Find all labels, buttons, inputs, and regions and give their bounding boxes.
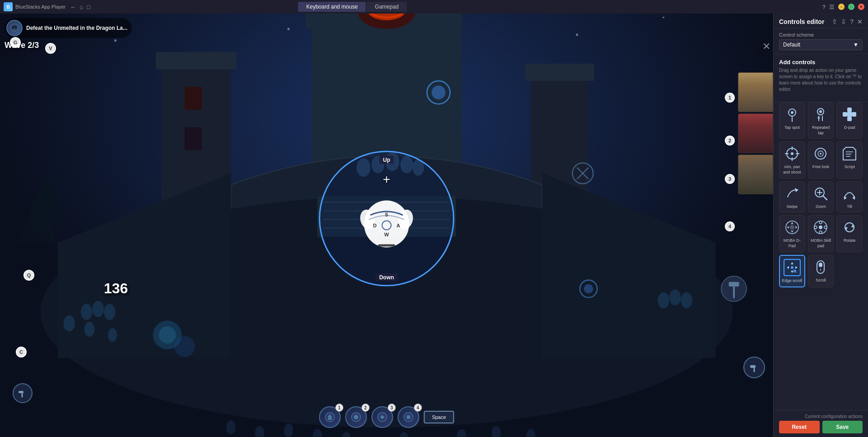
svg-rect-3 [439, 14, 456, 29]
control-repeated-tap[interactable]: Repeated tap [808, 102, 834, 139]
control-free-look[interactable]: Free look [808, 141, 834, 178]
svg-marker-135 [793, 269, 797, 273]
nav-home-icon[interactable]: ⌂ [79, 4, 83, 10]
char-portraits [738, 72, 773, 194]
char-portrait-1[interactable] [738, 72, 773, 112]
skill-1-num: 1 [335, 404, 343, 412]
moba-skill-pad-icon [812, 218, 830, 236]
svg-marker-120 [852, 196, 855, 200]
svg-point-125 [819, 221, 822, 224]
panel-close-icon[interactable]: ✕ [857, 18, 863, 25]
svg-point-39 [284, 423, 293, 437]
tap-spot-label: Tap spot [784, 125, 800, 131]
script-label: Script [845, 164, 855, 170]
panel-download-icon[interactable]: ⇩ [841, 18, 846, 25]
svg-marker-130 [791, 271, 793, 273]
hammer-button-2[interactable] [13, 383, 33, 403]
hammer-button[interactable] [743, 357, 765, 378]
scheme-label: Control scheme [779, 32, 863, 38]
kbd-badge-q[interactable]: Q [23, 270, 34, 281]
svg-point-34 [658, 292, 669, 309]
control-scroll[interactable]: Scroll [808, 255, 834, 287]
kbd-badge-v[interactable]: V [45, 43, 56, 54]
add-controls-section: Add controls Drag and drop an action on … [774, 54, 868, 102]
control-edge-scroll[interactable]: Edge scroll [779, 255, 805, 287]
score-display: 136 [104, 280, 128, 297]
control-script[interactable]: Script [836, 141, 863, 178]
edge-scroll-preview [784, 259, 801, 276]
control-moba-dpad[interactable]: MOBA D-Pad [779, 215, 805, 252]
control-rotate[interactable]: Rotate [836, 215, 863, 252]
aim-pan-shoot-label: Aim, pan and shoot [781, 164, 803, 175]
svg-line-116 [823, 196, 827, 200]
free-look-label: Free look [812, 164, 830, 170]
svg-marker-110 [843, 147, 856, 160]
reset-button[interactable]: Reset [779, 421, 820, 433]
svg-marker-114 [795, 188, 798, 192]
game-close-icon[interactable]: ✕ [762, 41, 770, 52]
dpad-overlay[interactable]: Up Down + [317, 148, 457, 288]
nav-restore-icon[interactable]: □ [87, 4, 90, 10]
panel-share-icon[interactable]: ⇧ [832, 18, 837, 25]
control-zoom[interactable]: Zoom [808, 181, 834, 213]
panel-footer: Current configuration actions Reset Save [774, 410, 868, 437]
char-portrait-3[interactable] [738, 155, 773, 194]
svg-rect-18 [185, 87, 202, 110]
skill-3-num: 3 [387, 404, 396, 412]
control-aim-pan-shoot[interactable]: Aim, pan and shoot [779, 141, 805, 178]
dpad-label-text: D-pad [844, 125, 855, 131]
svg-point-93 [791, 111, 793, 114]
help-icon[interactable]: ? [822, 4, 826, 10]
scheme-dropdown-icon: ▼ [853, 42, 859, 48]
skill-4-icon [403, 412, 414, 423]
scheme-select[interactable]: Default ▼ [779, 39, 863, 50]
skill-btn-1[interactable]: 1 [319, 406, 341, 428]
svg-marker-132 [795, 266, 798, 269]
titlebar: B BlueStacks App Player ← ⌂ □ Keyboard a… [0, 0, 868, 14]
spacer [774, 292, 868, 410]
control-moba-skill-pad[interactable]: MOBA Skill pad [808, 215, 834, 252]
control-dpad[interactable]: D-pad [836, 102, 863, 139]
svg-marker-119 [844, 196, 847, 200]
scroll-icon [812, 258, 830, 276]
char-num-1: 1 [725, 93, 735, 103]
char-portrait-2[interactable] [738, 113, 773, 153]
svg-rect-87 [406, 415, 410, 419]
space-button[interactable]: Space [424, 411, 454, 423]
tilt-icon [840, 184, 859, 202]
close-button[interactable]: ✕ [858, 4, 864, 10]
skill-btn-3[interactable]: 3 [371, 406, 393, 428]
save-button[interactable]: Save [822, 421, 863, 433]
svg-point-127 [814, 226, 817, 229]
kbd-badge-g[interactable]: G [10, 37, 21, 48]
dpad-crosshair-icon: + [383, 172, 390, 187]
tab-keyboard-mouse[interactable]: Keyboard and mouse [298, 2, 366, 12]
control-tap-spot[interactable]: Tap spot [779, 102, 805, 139]
svg-point-28 [81, 304, 93, 320]
control-swipe[interactable]: Swipe [779, 181, 805, 213]
svg-point-126 [819, 231, 822, 234]
svg-point-52 [174, 336, 195, 357]
svg-point-29 [92, 301, 104, 317]
svg-point-122 [790, 225, 794, 230]
svg-marker-131 [787, 266, 789, 269]
svg-rect-137 [819, 263, 822, 267]
svg-point-49 [584, 284, 593, 293]
skill-btn-2[interactable]: 2 [345, 406, 367, 428]
svg-point-102 [791, 152, 793, 155]
nav-back-icon[interactable]: ← [70, 4, 76, 10]
svg-point-33 [108, 328, 117, 342]
minimize-button[interactable]: – [838, 4, 845, 10]
kbd-badge-c[interactable]: C [16, 347, 27, 357]
maximize-button[interactable]: □ [848, 4, 854, 10]
tab-gamepad[interactable]: Gamepad [367, 2, 407, 12]
skill-btn-4[interactable]: 4 [397, 406, 419, 428]
char-num-3: 3 [725, 174, 735, 184]
titlebar-tabs: Keyboard and mouse Gamepad [298, 2, 407, 12]
hud-top-left: Defeat the Unmelted in the Dragon La... … [5, 18, 132, 50]
menu-icon[interactable]: ☰ [829, 4, 835, 10]
svg-point-32 [84, 322, 95, 337]
panel-help-icon[interactable]: ? [850, 18, 854, 25]
control-tilt[interactable]: Tilt [836, 181, 863, 213]
moba-dpad-icon [783, 218, 801, 236]
